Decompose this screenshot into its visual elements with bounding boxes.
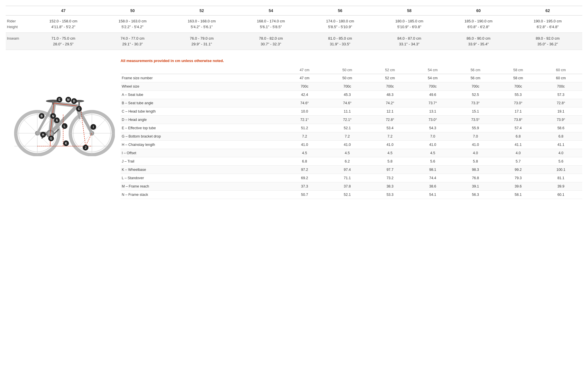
geo-row-12: L – Standover69.271.173.274.476.879.381.… (121, 174, 582, 182)
geo-cell-0-5: 58 cm (497, 74, 539, 82)
geo-cell-6-0: 51.2 (283, 124, 326, 132)
svg-text:J: J (85, 146, 86, 149)
svg-line-35 (86, 133, 92, 146)
sizing-cell-0-0: 152.0 - 158.0 cm 4'11.8" - 5'2.2" (29, 16, 98, 33)
geo-row-1: Wheel size700c700c700c700c700c700c700c (121, 82, 582, 91)
geo-cell-1-2: 700c (369, 82, 411, 91)
geo-cell-9-2: 4.5 (369, 149, 411, 157)
geo-table: 47 cm50 cm52 cm54 cm56 cm58 cm60 cm Fram… (121, 66, 582, 199)
geo-cell-13-6: 39.9 (539, 182, 582, 191)
geo-cell-9-5: 4.0 (497, 149, 539, 157)
sizing-header-size-50: 50 (98, 6, 167, 16)
geo-cell-3-3: 73.7° (411, 99, 454, 107)
sizing-header-label (6, 6, 29, 16)
sizing-cell-1-5: 84.0 - 87.0 cm 33.1" - 34.3" (375, 33, 444, 50)
geo-cell-8-2: 41.0 (369, 141, 411, 149)
sizing-header-size-54: 54 (236, 6, 305, 16)
geo-row-label-2: A – Seat tube (121, 91, 283, 99)
geo-cell-11-3: 98.1 (411, 166, 454, 174)
geo-cell-3-4: 73.3° (454, 99, 497, 107)
geo-cell-12-3: 74.4 (411, 174, 454, 182)
geo-cell-13-2: 38.3 (369, 182, 411, 191)
geo-cell-7-5: 6.8 (497, 132, 539, 141)
svg-text:L: L (64, 125, 65, 128)
geo-row-label-11: K – Wheelbase (121, 166, 283, 174)
geo-row-label-10: J – Trail (121, 157, 283, 166)
geo-cell-4-5: 17.1 (497, 107, 539, 116)
geo-cell-9-3: 4.5 (411, 149, 454, 157)
geo-cell-11-6: 100.1 (539, 166, 582, 174)
geo-cell-1-3: 700c (411, 82, 454, 91)
geo-cell-11-5: 99.2 (497, 166, 539, 174)
sizing-cell-1-2: 76.0 - 79.0 cm 29.9" - 31.1" (167, 33, 236, 50)
geo-row-label-14: N – Frame stack (121, 191, 283, 199)
svg-text:A: A (56, 119, 58, 122)
geo-cell-4-4: 15.1 (454, 107, 497, 116)
geo-cell-13-0: 37.3 (283, 182, 326, 191)
geo-cell-9-1: 4.5 (326, 149, 369, 157)
sizing-body: Rider Height152.0 - 158.0 cm 4'11.8" - 5… (6, 16, 582, 50)
svg-text:D: D (73, 100, 75, 103)
geo-row-label-12: L – Standover (121, 174, 283, 182)
geo-header-col-2: 50 cm (326, 66, 369, 74)
geo-cell-8-3: 41.0 (411, 141, 454, 149)
geo-cell-5-5: 73.8° (497, 116, 539, 124)
geo-row-13: M – Frame reach37.337.838.338.639.139.63… (121, 182, 582, 191)
geo-row-8: H – Chainstay length41.041.041.041.041.0… (121, 141, 582, 149)
geo-cell-1-5: 700c (497, 82, 539, 91)
geo-cell-7-6: 6.8 (539, 132, 582, 141)
geo-cell-14-1: 52.1 (326, 191, 369, 199)
geo-cell-1-0: 700c (283, 82, 326, 91)
geo-cell-12-4: 76.8 (454, 174, 497, 182)
geo-header-col-6: 58 cm (497, 66, 539, 74)
geo-cell-4-0: 10.0 (283, 107, 326, 116)
geo-cell-10-4: 5.8 (454, 157, 497, 166)
bike-diagram: A B C D E G H I J K (6, 59, 115, 157)
sizing-cell-1-7: 89.0 - 92.0 cm 35.0" - 36.2" (513, 33, 582, 50)
geo-row-label-8: H – Chainstay length (121, 141, 283, 149)
geo-row-label-6: E – Effective top tube (121, 124, 283, 132)
geo-body: Frame size number47 cm50 cm52 cm54 cm56 … (121, 74, 582, 199)
geo-cell-1-4: 700c (454, 82, 497, 91)
sizing-cell-1-1: 74.0 - 77.0 cm 29.1" - 30.3" (98, 33, 167, 50)
geo-cell-12-5: 79.3 (497, 174, 539, 182)
sizing-cell-1-3: 78.0 - 82.0 cm 30.7" - 32.3" (236, 33, 305, 50)
geo-cell-2-6: 57.3 (539, 91, 582, 99)
geo-cell-7-3: 7.0 (411, 132, 454, 141)
geo-cell-14-5: 58.1 (497, 191, 539, 199)
geo-cell-12-2: 73.2 (369, 174, 411, 182)
bike-svg: A B C D E G H I J K (6, 59, 115, 156)
sizing-cell-0-3: 168.0 - 174.0 cm 5'6.1" - 5'8.5" (236, 16, 305, 33)
geo-cell-3-5: 73.0° (497, 99, 539, 107)
sizing-table: 4750525456586062 Rider Height152.0 - 158… (6, 6, 582, 50)
svg-rect-27 (52, 101, 54, 105)
geo-row-label-0: Frame size number (121, 74, 283, 82)
geo-row-label-1: Wheel size (121, 82, 283, 91)
svg-text:I: I (93, 125, 94, 129)
geo-cell-6-6: 58.6 (539, 124, 582, 132)
geo-cell-12-6: 81.1 (539, 174, 582, 182)
geo-cell-4-3: 13.1 (411, 107, 454, 116)
geo-row-7: G – Bottom bracket drop7.27.27.27.07.06.… (121, 132, 582, 141)
sizing-row-label-0: Rider Height (6, 16, 29, 33)
geo-cell-13-4: 39.1 (454, 182, 497, 191)
geo-cell-6-3: 54.3 (411, 124, 454, 132)
geo-cell-11-2: 97.7 (369, 166, 411, 174)
geo-header-col-1: 47 cm (283, 66, 326, 74)
geo-cell-0-3: 54 cm (411, 74, 454, 82)
sizing-cell-1-4: 81.0 - 85.0 cm 31.9" - 33.5" (305, 33, 375, 50)
geo-cell-9-4: 4.0 (454, 149, 497, 157)
sizing-header: 4750525456586062 (6, 6, 582, 16)
geo-cell-4-6: 19.1 (539, 107, 582, 116)
geo-cell-8-0: 41.0 (283, 141, 326, 149)
geo-row-10: J – Trail6.86.25.85.65.85.75.6 (121, 157, 582, 166)
geo-row-0: Frame size number47 cm50 cm52 cm54 cm56 … (121, 74, 582, 82)
bottom-section: A B C D E G H I J K (6, 59, 582, 199)
svg-text:K: K (65, 142, 67, 145)
geo-cell-13-3: 38.6 (411, 182, 454, 191)
geo-cell-7-1: 7.2 (326, 132, 369, 141)
geo-cell-0-4: 56 cm (454, 74, 497, 82)
geo-cell-14-6: 60.1 (539, 191, 582, 199)
geo-row-label-7: G – Bottom bracket drop (121, 132, 283, 141)
geo-cell-11-4: 98.3 (454, 166, 497, 174)
